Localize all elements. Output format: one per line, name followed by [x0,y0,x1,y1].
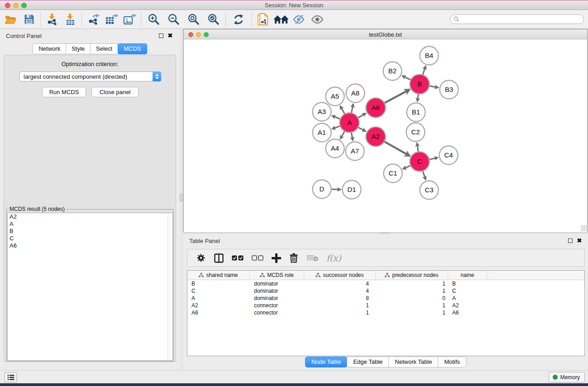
mcds-result-item[interactable]: A2 [8,213,172,220]
tab-edge-table[interactable]: Edge Table [347,357,389,367]
memory-button[interactable]: Memory [549,372,585,382]
graph-node-D1[interactable]: D1 [343,181,361,199]
tab-motifs[interactable]: Motifs [438,357,466,367]
graph-node-B2[interactable]: B2 [383,62,402,81]
graph-edge-A-A5[interactable] [340,106,344,114]
float-table-panel-icon[interactable] [567,238,574,244]
mcds-result-item[interactable]: A6 [8,242,172,249]
graph-edge-C-C1[interactable] [403,166,410,169]
hide-selected-button[interactable] [290,11,308,28]
show-column-panel-button[interactable] [210,250,228,266]
graph-node-B4[interactable]: B4 [420,47,439,65]
graph-node-A4[interactable]: A4 [326,139,344,158]
column-header-shared-name[interactable]: shared name [187,271,250,280]
criterion-select[interactable]: largest connected component (directed) [19,71,161,81]
close-table-panel-icon[interactable]: ✖ [576,238,583,244]
graph-node-B[interactable]: B [410,75,430,94]
add-column-button[interactable] [268,250,285,266]
graph-node-B3[interactable]: B3 [440,81,459,99]
tab-network-table[interactable]: Network Table [388,357,438,367]
graph-node-C3[interactable]: C3 [420,181,439,200]
graph-node-A7[interactable]: A7 [346,142,364,161]
save-session-button[interactable] [20,11,38,28]
open-file-button[interactable] [2,11,20,28]
tab-style[interactable]: Style [66,43,91,54]
tab-network[interactable]: Network [33,43,66,54]
graph-edge-A-A2[interactable] [359,128,366,131]
result-list-scrollbar[interactable] [167,213,172,360]
graph-edge-B-B2[interactable] [402,76,411,80]
graph-edge-A-A6[interactable] [359,114,366,118]
unselect-all-columns-button[interactable] [248,250,268,266]
zoom-selected-button[interactable] [203,11,223,28]
column-header-MCDS-role[interactable]: MCDS role [250,271,304,280]
graph-node-A2[interactable]: A2 [366,127,386,147]
table-row[interactable]: Bdominator41B [187,280,584,287]
refresh-layout-button[interactable] [228,11,249,28]
import-table-button[interactable] [61,11,79,28]
mcds-result-item[interactable]: C [8,235,172,242]
column-header-successor-nodes[interactable]: successor nodes [304,271,376,280]
column-header-name[interactable]: name [448,271,487,280]
tab-mcds[interactable]: MCDS [118,43,147,54]
table-options-button[interactable] [192,250,210,266]
network-canvas[interactable]: B4B2BB3A8A5A6A3B1AC2A1A2A4A7C4CC1DD1C3 [184,39,587,232]
column-header-predecessor-nodes[interactable]: predecessor nodes [376,271,448,280]
graph-edge-C-C4[interactable] [430,157,438,159]
select-all-columns-button[interactable] [228,250,248,266]
function-builder-button[interactable]: f(x) [322,250,345,266]
graph-node-A6[interactable]: A6 [366,98,386,118]
graph-edge-A-A1[interactable] [332,126,340,129]
export-image-button[interactable] [120,11,139,28]
export-table-button[interactable] [102,11,120,28]
zoom-in-button[interactable] [143,11,163,28]
graph-edge-A-A3[interactable] [332,116,340,119]
graph-edge-B-B1[interactable] [417,94,418,101]
new-network-from-selection-button[interactable] [254,11,272,28]
table-row[interactable]: A2connector11A2 [187,302,584,309]
table-row[interactable]: Cdominator41C [187,287,584,295]
float-panel-icon[interactable] [158,33,164,39]
tab-node-table[interactable]: Node Table [305,357,348,367]
graph-edge-A-A4[interactable] [340,132,344,139]
export-network-button[interactable] [84,11,102,28]
graph-node-C1[interactable]: C1 [384,164,402,183]
graph-edge-C-C3[interactable] [423,171,425,179]
home-button[interactable] [272,11,290,28]
tab-select[interactable]: Select [90,43,118,54]
graph-node-A1[interactable]: A1 [313,124,331,142]
search-input[interactable] [461,16,583,23]
graph-edge-A-A8[interactable] [351,104,353,113]
network-window-titlebar[interactable]: testGlobe.txt [184,29,587,39]
graph-node-A5[interactable]: A5 [326,87,344,106]
resize-grip[interactable] [581,225,587,231]
vertical-divider-grip[interactable] [180,194,183,201]
graph-edge-A-A7[interactable] [351,133,353,140]
close-panel-button[interactable]: Close panel [91,87,139,97]
graph-node-A[interactable]: A [340,113,359,133]
graph-node-B1[interactable]: B1 [407,103,425,122]
graph-edge-B-B3[interactable] [430,86,438,87]
show-all-button[interactable] [308,11,326,28]
mcds-result-item[interactable]: B [8,228,172,235]
graph-node-A3[interactable]: A3 [313,103,331,121]
table-row[interactable]: Adominator80A [187,295,584,302]
close-panel-icon[interactable]: ✖ [167,33,173,39]
delete-columns-button[interactable] [285,250,302,266]
graph-node-D[interactable]: D [313,180,331,199]
import-network-button[interactable] [43,11,61,28]
delete-table-button[interactable] [302,250,322,266]
graph-edge-A6-B[interactable] [385,90,410,103]
run-mcds-button[interactable]: Run MCDS [42,87,86,97]
graph-node-C2[interactable]: C2 [406,123,425,142]
graph-node-C4[interactable]: C4 [440,146,458,165]
graph-node-A8[interactable]: A8 [346,84,365,103]
graph-edge-B-B4[interactable] [423,66,425,74]
table-row[interactable]: A6connector11A6 [187,309,584,316]
zoom-out-button[interactable] [163,11,183,28]
graph-edge-A2-C[interactable] [385,142,410,156]
zoom-fit-button[interactable] [183,11,203,28]
graph-edge-C-C2[interactable] [417,143,418,151]
mcds-result-item[interactable]: A [8,220,172,228]
graph-node-C[interactable]: C [410,152,430,172]
